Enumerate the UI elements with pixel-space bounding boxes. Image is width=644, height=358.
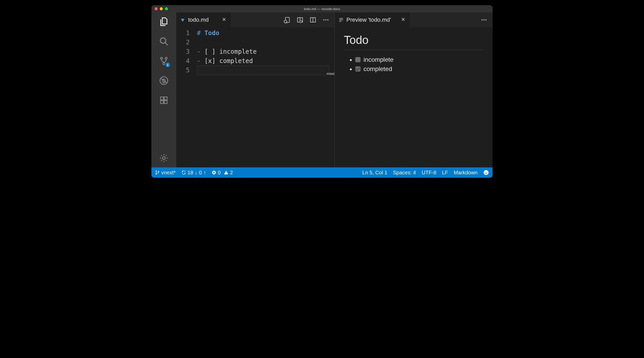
git-branch-icon bbox=[155, 170, 160, 175]
open-preview-side-button[interactable] bbox=[297, 17, 303, 23]
sync-up-count: 0 bbox=[199, 170, 202, 176]
files-icon bbox=[159, 17, 168, 26]
status-language[interactable]: Markdown bbox=[454, 170, 478, 176]
markdown-preview[interactable]: Todo incompletecompleted bbox=[335, 27, 493, 167]
statusbar: vnext* 18↓ 0↑ 0 2 Ln 5, Col 1 Spaces: 4 … bbox=[151, 167, 493, 178]
code-line[interactable] bbox=[197, 66, 334, 75]
preview-item-text: incomplete bbox=[364, 56, 394, 63]
tab-label: todo.md bbox=[188, 17, 209, 23]
status-sync[interactable]: 18↓ 0↑ bbox=[181, 170, 206, 176]
tab-label: Preview 'todo.md' bbox=[347, 17, 391, 23]
app-window: todo.md — vscode-docs 1 bbox=[151, 5, 493, 178]
preview-icon bbox=[338, 17, 344, 23]
svg-point-35 bbox=[156, 171, 157, 172]
svg-point-45 bbox=[487, 172, 487, 173]
svg-point-3 bbox=[165, 57, 167, 59]
code-line[interactable]: - [ ] incomplete bbox=[197, 47, 334, 56]
warning-icon bbox=[224, 170, 228, 175]
line-number: 5 bbox=[176, 66, 190, 75]
tab-close-button[interactable] bbox=[222, 17, 226, 23]
svg-rect-9 bbox=[160, 97, 163, 100]
code-line[interactable]: # Todo bbox=[197, 28, 334, 38]
status-cursor[interactable]: Ln 5, Col 1 bbox=[362, 170, 387, 176]
status-encoding[interactable]: UTF-8 bbox=[422, 170, 436, 176]
close-icon bbox=[401, 17, 405, 22]
svg-line-1 bbox=[165, 43, 168, 45]
sync-down-count: 18 bbox=[188, 170, 193, 176]
svg-point-44 bbox=[485, 172, 486, 173]
svg-point-24 bbox=[323, 19, 324, 20]
error-icon bbox=[212, 170, 216, 175]
more-actions-button[interactable] bbox=[323, 17, 329, 23]
branch-name: vnext* bbox=[161, 170, 176, 176]
status-feedback[interactable] bbox=[483, 170, 489, 175]
open-preview-icon bbox=[297, 17, 303, 23]
smiley-icon bbox=[483, 170, 489, 175]
svg-point-34 bbox=[485, 19, 486, 20]
text-editor[interactable]: 12345 # Todo- [ ] incomplete- [x] comple… bbox=[176, 27, 334, 167]
preview-list-item: incomplete bbox=[355, 56, 484, 63]
editor-tab[interactable]: todo.md bbox=[176, 12, 231, 27]
extensions-icon bbox=[159, 96, 168, 105]
svg-point-0 bbox=[160, 38, 166, 43]
svg-point-37 bbox=[156, 173, 157, 174]
split-editor-button[interactable] bbox=[310, 17, 316, 23]
open-changes-button[interactable] bbox=[284, 17, 290, 23]
line-number: 4 bbox=[176, 56, 190, 66]
svg-point-13 bbox=[163, 157, 165, 160]
tab-close-button[interactable] bbox=[401, 17, 405, 23]
svg-rect-11 bbox=[164, 100, 167, 103]
go-to-file-icon bbox=[284, 17, 290, 23]
svg-point-32 bbox=[481, 19, 482, 20]
svg-point-26 bbox=[327, 19, 328, 20]
up-arrow-icon: ↑ bbox=[203, 170, 206, 176]
tabbar-left: todo.md bbox=[176, 12, 334, 27]
svg-rect-10 bbox=[160, 100, 163, 103]
status-branch[interactable]: vnext* bbox=[155, 170, 176, 176]
activity-source-control[interactable]: 1 bbox=[158, 55, 170, 67]
line-gutter: 12345 bbox=[176, 27, 197, 167]
svg-point-25 bbox=[325, 19, 326, 20]
svg-point-21 bbox=[300, 20, 302, 23]
scm-badge: 1 bbox=[165, 62, 171, 68]
tab-actions-right bbox=[481, 12, 493, 27]
preview-item-text: completed bbox=[364, 65, 392, 72]
close-window-button[interactable] bbox=[155, 7, 158, 10]
svg-point-33 bbox=[484, 19, 485, 20]
activity-settings[interactable] bbox=[158, 152, 170, 164]
maximize-window-button[interactable] bbox=[165, 7, 168, 10]
warning-count: 2 bbox=[230, 170, 233, 176]
status-indent[interactable]: Spaces: 4 bbox=[393, 170, 416, 176]
activity-debug[interactable] bbox=[158, 74, 170, 87]
activity-bar: 1 bbox=[151, 12, 176, 167]
editor-pane-left: todo.md bbox=[176, 12, 335, 167]
minimap-indicator[interactable] bbox=[327, 73, 334, 75]
checkbox-checked-icon bbox=[355, 66, 361, 72]
code-line[interactable]: - [x] completed bbox=[197, 56, 334, 66]
activity-search[interactable] bbox=[158, 35, 170, 48]
down-arrow-icon: ↓ bbox=[195, 170, 197, 176]
markdown-file-icon bbox=[180, 17, 186, 23]
status-problems[interactable]: 0 2 bbox=[212, 170, 233, 176]
debug-icon bbox=[159, 76, 168, 85]
split-horizontal-icon bbox=[310, 17, 316, 23]
titlebar[interactable]: todo.md — vscode-docs bbox=[151, 5, 493, 12]
line-number: 3 bbox=[176, 47, 190, 56]
code-area[interactable]: # Todo- [ ] incomplete- [x] completed bbox=[197, 27, 334, 167]
ellipsis-icon bbox=[323, 17, 329, 23]
activity-extensions[interactable] bbox=[158, 94, 170, 106]
window-title: todo.md — vscode-docs bbox=[151, 7, 493, 11]
svg-point-42 bbox=[226, 174, 226, 174]
minimize-window-button[interactable] bbox=[160, 7, 163, 10]
error-count: 0 bbox=[218, 170, 221, 176]
more-actions-button[interactable] bbox=[481, 17, 487, 23]
code-line[interactable] bbox=[197, 38, 334, 47]
activity-explorer[interactable] bbox=[158, 15, 170, 28]
checkbox-unchecked-icon bbox=[355, 57, 361, 62]
sync-icon bbox=[181, 170, 186, 175]
tabbar-right: Preview 'todo.md' bbox=[335, 12, 493, 27]
status-eol[interactable]: LF bbox=[442, 170, 448, 176]
tab-actions-left bbox=[284, 12, 334, 27]
search-icon bbox=[159, 37, 168, 46]
preview-tab[interactable]: Preview 'todo.md' bbox=[335, 12, 410, 27]
